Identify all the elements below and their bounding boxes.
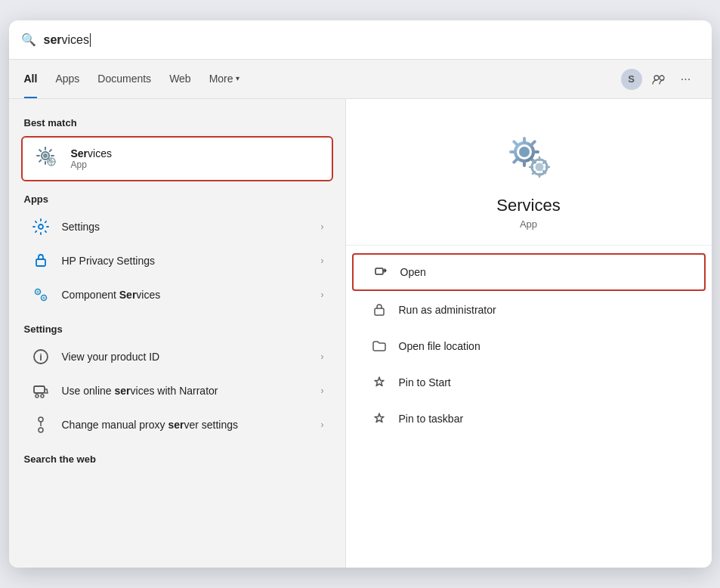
hp-privacy-label: HP Privacy Settings: [62, 255, 321, 267]
best-match-app-name: Services: [71, 147, 112, 159]
action-run-as-admin[interactable]: Run as administrator: [352, 292, 706, 327]
list-item-narrator[interactable]: Use online services with Narrator ›: [15, 374, 339, 407]
open-label: Open: [400, 266, 426, 278]
product-id-label: View your product ID: [62, 351, 321, 363]
list-item-hp-privacy[interactable]: HP Privacy Settings ›: [15, 244, 339, 277]
proxy-label: Change manual proxy server settings: [62, 419, 321, 431]
proxy-chevron: ›: [321, 419, 324, 430]
narrator-icon: [30, 380, 51, 401]
hp-privacy-icon: [30, 250, 51, 271]
settings-icon: [30, 216, 51, 237]
svg-point-6: [39, 224, 43, 229]
svg-point-5: [49, 160, 53, 164]
svg-point-16: [41, 395, 44, 398]
action-pin-taskbar[interactable]: Pin to taskbar: [352, 401, 706, 436]
product-id-chevron: ›: [321, 351, 324, 362]
left-panel: Best match Services: [9, 99, 345, 568]
best-match-app-info: Services App: [71, 147, 112, 170]
chevron-down-icon: ▾: [236, 74, 239, 82]
svg-rect-14: [34, 386, 45, 393]
file-location-label: Open file location: [399, 340, 481, 352]
tab-more[interactable]: More ▾: [209, 60, 239, 98]
pin-taskbar-label: Pin to taskbar: [399, 413, 464, 425]
svg-rect-24: [375, 268, 383, 274]
tab-web[interactable]: Web: [169, 60, 191, 98]
action-pin-start[interactable]: Pin to Start: [352, 365, 706, 400]
action-open-file-location[interactable]: Open file location: [352, 329, 706, 364]
svg-point-0: [654, 76, 659, 80]
search-icon: 🔍: [21, 32, 36, 47]
detail-app-type: App: [520, 218, 537, 230]
hp-privacy-chevron: ›: [321, 255, 324, 266]
pin-start-icon: [370, 373, 388, 391]
settings-section-label: Settings: [9, 317, 345, 339]
search-bar: 🔍 services: [9, 20, 712, 60]
list-item-component-services[interactable]: Component Services ›: [15, 278, 339, 311]
svg-text:i: i: [39, 351, 42, 363]
svg-rect-25: [375, 308, 384, 315]
svg-point-10: [36, 291, 39, 293]
svg-point-15: [36, 395, 39, 398]
tabs-row: All Apps Documents Web More ▾ S: [9, 60, 712, 99]
admin-icon: [370, 301, 388, 319]
tab-documents[interactable]: Documents: [97, 60, 151, 98]
svg-point-19: [39, 428, 43, 432]
best-match-label: Best match: [9, 111, 345, 133]
svg-point-1: [660, 76, 664, 80]
list-item-product-id[interactable]: i View your product ID ›: [15, 340, 339, 373]
component-services-label: Component Services: [62, 289, 321, 301]
narrator-label: Use online services with Narrator: [62, 385, 321, 397]
best-match-item[interactable]: Services App: [21, 136, 333, 181]
settings-chevron: ›: [321, 221, 324, 232]
detail-app-icon: [502, 129, 556, 184]
folder-icon: [370, 337, 388, 355]
apps-section-label: Apps: [9, 187, 345, 209]
svg-point-21: [519, 147, 530, 157]
detail-top: Services App: [346, 99, 712, 246]
right-panel: Services App Open: [345, 99, 712, 568]
services-app-icon: [35, 145, 62, 172]
product-id-icon: i: [30, 346, 51, 367]
svg-point-17: [39, 417, 43, 422]
search-container: 🔍 services All Apps Documents Web More ▾…: [9, 20, 712, 568]
component-services-icon: [30, 284, 51, 305]
accounts-icon[interactable]: [648, 69, 669, 90]
tab-apps[interactable]: Apps: [55, 60, 79, 98]
pin-taskbar-icon: [370, 410, 388, 428]
svg-point-23: [535, 163, 543, 172]
svg-point-3: [43, 153, 48, 158]
detail-app-name: Services: [496, 196, 560, 215]
list-item-settings[interactable]: Settings ›: [15, 210, 339, 243]
svg-rect-7: [36, 259, 45, 266]
search-input[interactable]: services: [44, 33, 700, 47]
main-content: Best match Services: [9, 99, 712, 568]
user-avatar[interactable]: S: [621, 69, 642, 90]
svg-point-11: [42, 297, 45, 299]
text-cursor: [90, 33, 91, 47]
admin-label: Run as administrator: [399, 304, 496, 316]
pin-start-label: Pin to Start: [399, 376, 451, 388]
best-match-app-type: App: [71, 159, 112, 170]
search-web-label: Search the web: [9, 447, 345, 469]
query-suffix: vices: [62, 33, 89, 47]
more-options-icon[interactable]: ···: [675, 69, 697, 90]
tab-icons: S ···: [621, 69, 697, 90]
detail-actions: Open Run as administrator: [346, 246, 712, 444]
list-item-proxy[interactable]: Change manual proxy server settings ›: [15, 408, 339, 441]
query-bold: ser: [44, 33, 62, 47]
action-open[interactable]: Open: [352, 253, 706, 291]
settings-label: Settings: [62, 221, 321, 233]
proxy-icon: [30, 414, 51, 435]
component-services-chevron: ›: [321, 289, 324, 300]
narrator-chevron: ›: [321, 385, 324, 396]
tab-all[interactable]: All: [24, 60, 38, 98]
open-icon: [372, 263, 390, 281]
